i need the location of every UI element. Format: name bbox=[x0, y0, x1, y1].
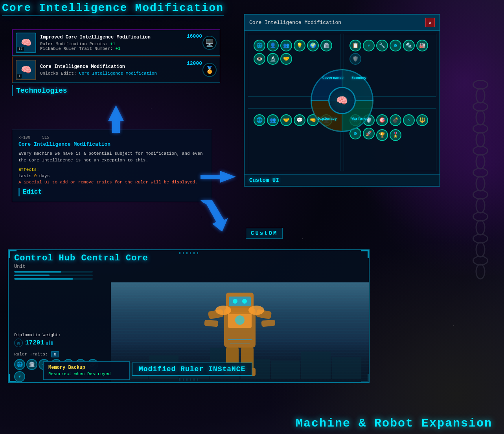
custom-ui-text: CUstOM bbox=[251, 230, 278, 236]
control-hub-title: Control Hub Central Core bbox=[14, 253, 363, 263]
tier-badge-improved: II bbox=[17, 47, 24, 51]
ci-icon-5[interactable]: 🌍 bbox=[307, 40, 319, 51]
tick-1 bbox=[179, 252, 180, 254]
ci-icon-d2[interactable]: 👥 bbox=[267, 114, 279, 126]
trait-icon-2[interactable]: 🏛️ bbox=[26, 359, 37, 370]
ci-icon-e3[interactable]: 🔧 bbox=[376, 40, 388, 51]
ci-icon-w10[interactable]: 🎖️ bbox=[390, 129, 401, 141]
ci-icon-e4[interactable]: ⚙️ bbox=[390, 40, 401, 51]
tech-name-core: Core Intelligence Modification bbox=[40, 64, 199, 70]
ci-icon-w6[interactable]: 🔱 bbox=[416, 114, 428, 126]
ci-icon-d4[interactable]: 💬 bbox=[294, 114, 305, 126]
stat-bar-3 bbox=[51, 341, 53, 345]
ci-icon-7[interactable]: 👁️ bbox=[254, 53, 265, 65]
ci-icon-e2[interactable]: ⚡ bbox=[363, 40, 375, 51]
edict-effects-label: Effects: bbox=[18, 167, 206, 172]
trait-num-value: +1 bbox=[115, 46, 120, 51]
ci-icon-8[interactable]: 🔬 bbox=[267, 53, 279, 65]
arrow-down bbox=[106, 105, 126, 135]
svg-rect-11 bbox=[204, 320, 218, 327]
tech-info-core: Core Intelligence Modification Unlocks E… bbox=[40, 64, 199, 76]
control-hub-subtitle: Unit bbox=[14, 264, 363, 269]
trait-icon-1[interactable]: 🌐 bbox=[14, 359, 25, 370]
wheel-label-economy: Economy bbox=[351, 76, 366, 80]
ci-icon-6[interactable]: 🏛️ bbox=[320, 40, 332, 51]
ruler-traits-label: Ruler Traits: bbox=[14, 352, 48, 357]
hub-progress-bars bbox=[14, 271, 93, 281]
building-8 bbox=[332, 357, 361, 379]
tech-cost-core: 12000 bbox=[187, 60, 202, 66]
arrow-right bbox=[200, 169, 236, 187]
edict-label: Edict bbox=[18, 188, 206, 196]
ci-icon-e1[interactable]: 📋 bbox=[349, 40, 361, 51]
ci-icon-e6[interactable]: 🏭 bbox=[416, 40, 428, 51]
ci-icon-e5[interactable]: 🔩 bbox=[403, 40, 415, 51]
building-7 bbox=[301, 352, 330, 379]
hub-top-ticks bbox=[179, 252, 198, 254]
svg-marker-2 bbox=[200, 200, 228, 232]
progress-fill-1 bbox=[14, 271, 61, 273]
ci-icon-w9[interactable]: 🏆 bbox=[376, 129, 388, 141]
stat-bars bbox=[46, 341, 53, 345]
chain-decoration bbox=[465, 79, 496, 314]
progress-row-1 bbox=[14, 271, 93, 273]
ci-icon-w3[interactable]: 🎯 bbox=[376, 114, 388, 126]
tier-badge-core: I bbox=[17, 74, 22, 79]
diplomatic-weight-label: Diplomatic Weight: bbox=[14, 333, 105, 337]
tick-5 bbox=[193, 252, 195, 254]
modified-ruler-text: Modified Ruler INStaNCE bbox=[139, 365, 245, 373]
tick-6 bbox=[197, 252, 198, 254]
edict-special-text: A Special UI to add or remove traits for… bbox=[18, 180, 206, 185]
edict-lasts: Lasts 0 days bbox=[18, 174, 206, 178]
ci-icon-w5[interactable]: ⚡ bbox=[403, 114, 415, 126]
economy-icons: 📋 ⚡ 🔧 ⚙️ 🔩 🏭 🛡️ bbox=[348, 38, 432, 66]
trait-num-label: Pickable Ruler Trait Number: bbox=[40, 46, 113, 51]
ci-icon-9[interactable]: 🤝 bbox=[280, 53, 292, 65]
ci-icon-w4[interactable]: 💣 bbox=[390, 114, 401, 126]
edict-lasts-unit: days bbox=[39, 174, 50, 178]
bottom-title: Machine & Robot Expansion bbox=[296, 417, 492, 430]
ci-close-button[interactable]: ✕ bbox=[425, 18, 435, 27]
technologies-panel: 🧠 II Improved Core Intelligence Modifica… bbox=[12, 29, 220, 96]
tech-item-improved[interactable]: 🧠 II Improved Core Intelligence Modifica… bbox=[12, 29, 220, 56]
governance-icons: 🌐 👤 👥 💡 🌍 🏛️ 👁️ 🔬 🤝 bbox=[252, 38, 336, 66]
ci-icon-4[interactable]: 💡 bbox=[294, 40, 305, 51]
progress-fill-3 bbox=[14, 278, 73, 280]
tech-item-core[interactable]: 🧠 I Core Intelligence Modification Unloc… bbox=[12, 57, 220, 83]
progress-bar-2 bbox=[14, 275, 93, 276]
tech-info-improved: Improved Core Intelligence Modification … bbox=[40, 35, 199, 51]
main-title: Core Intelligence Modification bbox=[2, 2, 224, 16]
modified-ruler-label: Modified Ruler INStaNCE bbox=[132, 363, 252, 376]
svg-rect-13 bbox=[261, 319, 275, 327]
stat-bar-2 bbox=[49, 341, 50, 345]
ci-icon-d1[interactable]: 🌐 bbox=[254, 114, 265, 126]
edict-cost-line: x-100 515 bbox=[18, 136, 206, 140]
corner-tr bbox=[361, 250, 369, 258]
memory-backup-title: Memory Backup bbox=[48, 365, 125, 370]
ci-dialog-titlebar: Core Intelligence Modification ✕ bbox=[245, 15, 440, 31]
wheel-center-circle[interactable]: 🧠 bbox=[328, 87, 356, 114]
arrow-diagonal bbox=[200, 200, 228, 234]
technologies-label: Technologies bbox=[12, 85, 220, 96]
ci-icon-1[interactable]: 🌐 bbox=[254, 40, 265, 51]
tech-icon-core: 🧠 I bbox=[16, 60, 36, 80]
progress-bar-3 bbox=[14, 278, 93, 280]
ci-icon-e7[interactable]: 🛡️ bbox=[349, 53, 361, 65]
stat-bar-1 bbox=[46, 342, 48, 345]
wheel-label-diplomacy: Diplomacy bbox=[318, 117, 337, 121]
ci-wheel-spacer: Governance Economy Diplomacy Warfare 🧠 bbox=[248, 97, 436, 104]
progress-row-2 bbox=[14, 275, 93, 276]
ruler-traits-count: 8 bbox=[51, 351, 59, 357]
memory-backup-tooltip: Memory Backup Resurrect when Destroyed bbox=[43, 361, 130, 380]
corner-bl bbox=[9, 374, 17, 382]
ci-icon-2[interactable]: 👤 bbox=[267, 40, 279, 51]
ci-icon-d3[interactable]: 🤝 bbox=[280, 114, 292, 126]
custom-ui-label: CUstOM bbox=[246, 228, 283, 239]
memory-backup-description: Resurrect when Destroyed bbox=[48, 372, 125, 376]
ci-dialog: Core Intelligence Modification ✕ 🌐 👤 👥 💡… bbox=[244, 14, 440, 187]
diplomatic-weight-number: 17291 bbox=[25, 339, 44, 346]
mod-points-value: +1 bbox=[110, 42, 115, 46]
ci-dialog-title: Core Intelligence Modification bbox=[249, 20, 341, 26]
ci-icon-3[interactable]: 👥 bbox=[280, 40, 292, 51]
tick-2 bbox=[183, 252, 184, 254]
